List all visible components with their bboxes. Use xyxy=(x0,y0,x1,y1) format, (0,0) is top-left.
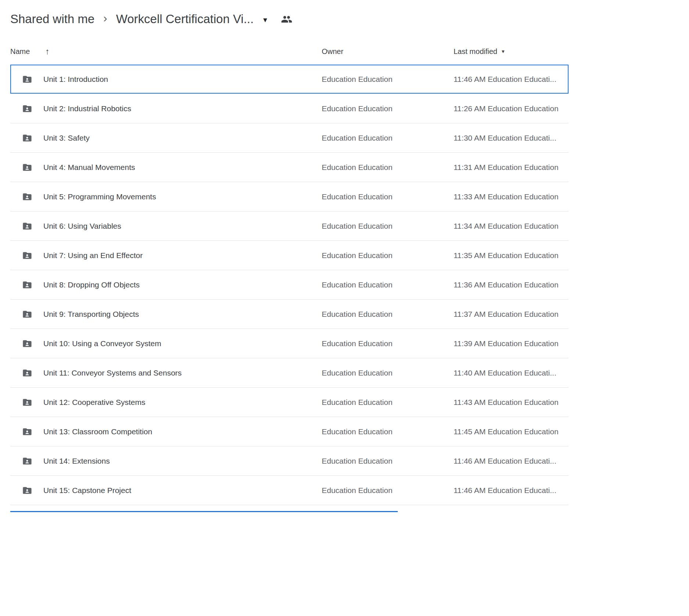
file-owner: Education Education xyxy=(322,457,454,465)
shared-folder-icon xyxy=(22,397,32,407)
shared-folder-icon xyxy=(22,485,32,496)
file-row[interactable]: Unit 3: Safety Education Education 11:30… xyxy=(10,123,569,153)
column-header-owner[interactable]: Owner xyxy=(322,47,454,56)
shared-folder-icon xyxy=(22,250,32,261)
file-name: Unit 13: Classroom Competition xyxy=(43,427,152,436)
shared-folder-icon xyxy=(22,309,32,319)
file-row[interactable]: Unit 1: Introduction Education Education… xyxy=(10,65,569,94)
file-modified: 11:46 AM Education Educati... xyxy=(454,75,569,84)
file-owner: Education Education xyxy=(322,339,454,348)
sort-caret-down-icon[interactable]: ▾ xyxy=(502,48,505,55)
file-owner: Education Education xyxy=(322,310,454,319)
breadcrumb: Shared with me › Workcell Certification … xyxy=(10,0,689,38)
file-name: Unit 14: Extensions xyxy=(43,457,110,465)
file-modified: 11:46 AM Education Educati... xyxy=(454,486,569,495)
file-name: Unit 4: Manual Movements xyxy=(43,163,135,172)
file-owner: Education Education xyxy=(322,427,454,436)
file-name: Unit 2: Industrial Robotics xyxy=(43,104,131,113)
file-modified: 11:37 AM Education Education xyxy=(454,310,569,319)
file-name: Unit 12: Cooperative Systems xyxy=(43,398,145,407)
file-list: Unit 1: Introduction Education Education… xyxy=(10,65,689,505)
file-modified: 11:33 AM Education Education xyxy=(454,192,569,201)
breadcrumb-current-folder[interactable]: Workcell Certification Vi... xyxy=(116,12,254,26)
file-modified: 11:40 AM Education Educati... xyxy=(454,369,569,377)
file-modified: 11:35 AM Education Education xyxy=(454,251,569,260)
file-modified: 11:31 AM Education Education xyxy=(454,163,569,172)
sort-ascending-icon[interactable]: ↑ xyxy=(45,47,50,57)
shared-folder-icon xyxy=(22,221,32,231)
file-row[interactable]: Unit 8: Dropping Off Objects Education E… xyxy=(10,270,569,300)
file-name: Unit 3: Safety xyxy=(43,134,90,142)
file-row[interactable]: Unit 4: Manual Movements Education Educa… xyxy=(10,153,569,182)
file-owner: Education Education xyxy=(322,75,454,84)
file-name: Unit 1: Introduction xyxy=(43,75,108,84)
file-name: Unit 6: Using Variables xyxy=(43,222,121,231)
file-owner: Education Education xyxy=(322,280,454,289)
file-row[interactable]: Unit 15: Capstone Project Education Educ… xyxy=(10,476,569,505)
file-name: Unit 7: Using an End Effector xyxy=(43,251,143,260)
file-owner: Education Education xyxy=(322,134,454,142)
file-name: Unit 9: Transporting Objects xyxy=(43,310,139,319)
file-owner: Education Education xyxy=(322,369,454,377)
file-owner: Education Education xyxy=(322,104,454,113)
file-modified: 11:36 AM Education Education xyxy=(454,280,569,289)
column-header-name[interactable]: Name ↑ xyxy=(10,47,322,57)
file-row[interactable]: Unit 7: Using an End Effector Education … xyxy=(10,241,569,270)
file-row[interactable]: Unit 11: Conveyor Systems and Sensors Ed… xyxy=(10,358,569,388)
file-name: Unit 8: Dropping Off Objects xyxy=(43,280,140,289)
shared-folder-icon xyxy=(22,427,32,437)
file-modified: 11:46 AM Education Educati... xyxy=(454,457,569,465)
column-headers: Name ↑ Owner Last modified ▾ xyxy=(10,38,569,65)
file-row[interactable]: Unit 12: Cooperative Systems Education E… xyxy=(10,388,569,417)
breadcrumb-shared-with-me[interactable]: Shared with me xyxy=(10,12,94,26)
file-modified: 11:45 AM Education Education xyxy=(454,427,569,436)
file-row[interactable]: Unit 10: Using a Conveyor System Educati… xyxy=(10,329,569,358)
shared-folder-icon xyxy=(22,104,32,114)
shared-folder-icon xyxy=(22,280,32,290)
breadcrumb-separator-icon: › xyxy=(103,11,107,25)
file-owner: Education Education xyxy=(322,486,454,495)
list-bottom-focus-line xyxy=(10,511,398,512)
file-modified: 11:34 AM Education Education xyxy=(454,222,569,231)
folder-menu-caret-icon[interactable]: ▾ xyxy=(263,15,267,24)
shared-folder-icon xyxy=(22,74,32,84)
file-row[interactable]: Unit 14: Extensions Education Education … xyxy=(10,446,569,476)
shared-folder-icon xyxy=(22,456,32,466)
file-name: Unit 5: Programming Movements xyxy=(43,192,156,201)
column-header-modified[interactable]: Last modified ▾ xyxy=(454,47,569,56)
shared-folder-icon xyxy=(22,162,32,173)
file-modified: 11:39 AM Education Education xyxy=(454,339,569,348)
file-owner: Education Education xyxy=(322,222,454,231)
file-modified: 11:26 AM Education Education xyxy=(454,104,569,113)
file-owner: Education Education xyxy=(322,192,454,201)
column-header-name-label: Name xyxy=(10,47,30,56)
file-owner: Education Education xyxy=(322,251,454,260)
drive-file-browser: Shared with me › Workcell Certification … xyxy=(0,0,689,512)
column-header-owner-label: Owner xyxy=(322,47,343,56)
shared-folder-icon xyxy=(22,338,32,349)
file-row[interactable]: Unit 5: Programming Movements Education … xyxy=(10,182,569,211)
file-row[interactable]: Unit 9: Transporting Objects Education E… xyxy=(10,300,569,329)
shared-folder-icon xyxy=(22,133,32,143)
column-header-modified-label: Last modified xyxy=(454,47,497,56)
file-modified: 11:30 AM Education Educati... xyxy=(454,134,569,142)
file-row[interactable]: Unit 6: Using Variables Education Educat… xyxy=(10,211,569,241)
file-name: Unit 11: Conveyor Systems and Sensors xyxy=(43,369,182,377)
shared-people-icon xyxy=(281,14,292,25)
shared-folder-icon xyxy=(22,368,32,378)
file-row[interactable]: Unit 2: Industrial Robotics Education Ed… xyxy=(10,94,569,123)
file-row[interactable]: Unit 13: Classroom Competition Education… xyxy=(10,417,569,446)
file-owner: Education Education xyxy=(322,163,454,172)
shared-folder-icon xyxy=(22,192,32,202)
file-owner: Education Education xyxy=(322,398,454,407)
file-name: Unit 10: Using a Conveyor System xyxy=(43,339,161,348)
file-modified: 11:43 AM Education Education xyxy=(454,398,569,407)
file-name: Unit 15: Capstone Project xyxy=(43,486,131,495)
